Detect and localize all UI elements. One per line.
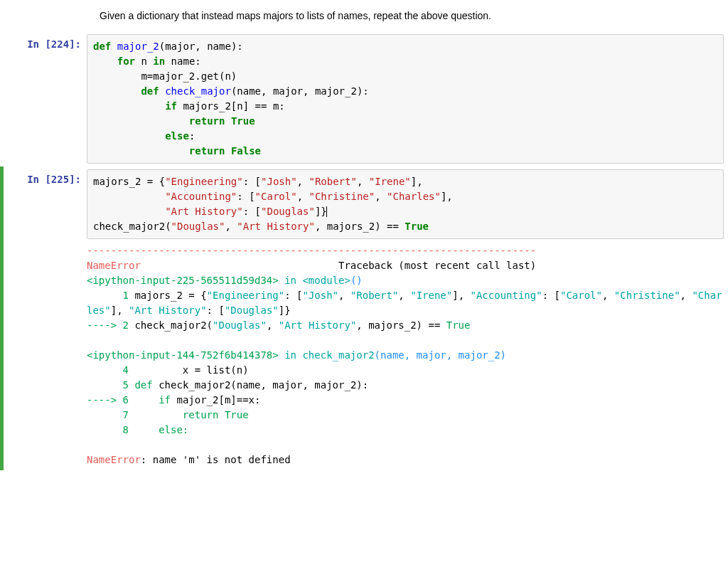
running-cell-indicator: In [225]: majors_2 = {"Engineering": ["J… bbox=[0, 166, 728, 470]
text-cursor bbox=[326, 206, 327, 217]
notebook: Given a dictionary that instead maps maj… bbox=[0, 0, 728, 470]
code-cell-224: In [224]: def major_2(major, name): for … bbox=[0, 31, 728, 166]
output-area: ----------------------------------------… bbox=[87, 239, 724, 467]
code-block: majors_2 = {"Engineering": ["Josh", "Rob… bbox=[93, 174, 717, 234]
markdown-text: Given a dictionary that instead maps maj… bbox=[100, 10, 491, 21]
input-prompt: In [225]: bbox=[4, 169, 87, 467]
prompt-label: In [ bbox=[27, 38, 51, 50]
markdown-cell: Given a dictionary that instead maps maj… bbox=[100, 7, 714, 31]
prompt-close: ]: bbox=[69, 38, 81, 50]
code-cell-225: In [225]: majors_2 = {"Engineering": ["J… bbox=[4, 166, 728, 470]
code-input-area[interactable]: def major_2(major, name): for n in name:… bbox=[87, 34, 724, 164]
input-content: majors_2 = {"Engineering": ["Josh", "Rob… bbox=[87, 169, 724, 467]
code-input-area[interactable]: majors_2 = {"Engineering": ["Josh", "Rob… bbox=[87, 169, 724, 239]
prompt-number: 225 bbox=[51, 174, 69, 185]
input-content: def major_2(major, name): for n in name:… bbox=[87, 34, 724, 164]
prompt-number: 224 bbox=[51, 38, 69, 50]
prompt-close: ]: bbox=[69, 174, 81, 185]
input-prompt: In [224]: bbox=[4, 34, 87, 164]
traceback: ----------------------------------------… bbox=[87, 243, 724, 467]
prompt-label: In [ bbox=[27, 174, 51, 185]
code-block: def major_2(major, name): for n in name:… bbox=[93, 39, 717, 159]
